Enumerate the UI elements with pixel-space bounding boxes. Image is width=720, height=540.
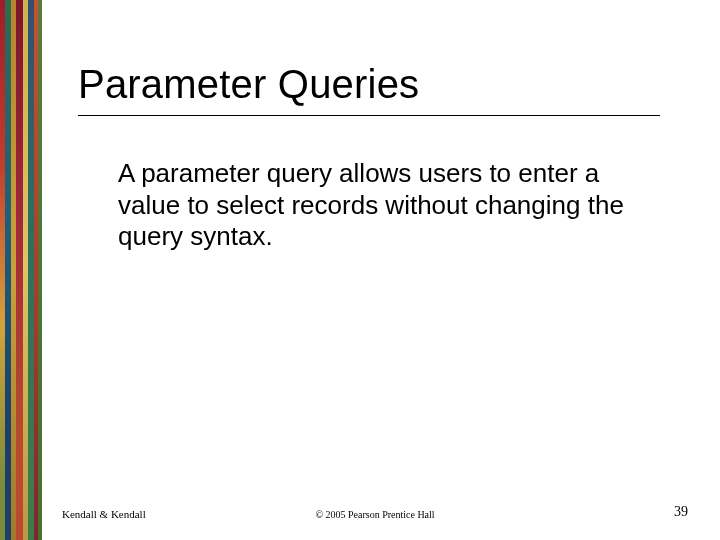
page-number: 39 bbox=[674, 504, 688, 520]
title-underline bbox=[78, 115, 660, 116]
slide-body: A parameter query allows users to enter … bbox=[118, 158, 648, 253]
footer-copyright: © 2005 Pearson Prentice Hall bbox=[315, 509, 434, 520]
slide-footer: Kendall & Kendall © 2005 Pearson Prentic… bbox=[62, 504, 688, 520]
footer-author: Kendall & Kendall bbox=[62, 508, 146, 520]
title-block: Parameter Queries bbox=[78, 62, 660, 116]
slide-title: Parameter Queries bbox=[78, 62, 660, 107]
decorative-sidebar bbox=[0, 0, 42, 540]
